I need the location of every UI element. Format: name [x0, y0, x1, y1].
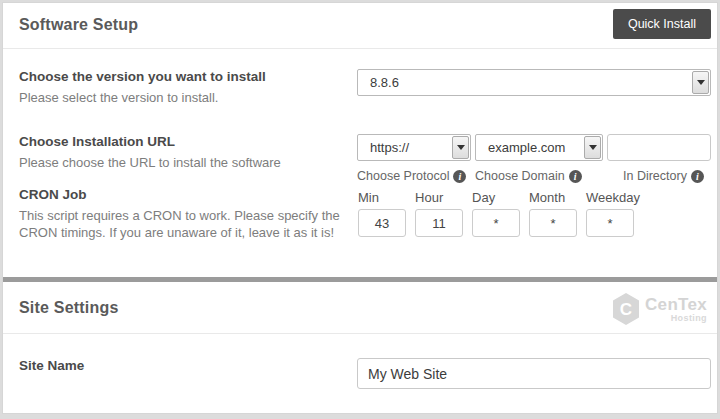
cron-min-label: Min [358, 190, 415, 205]
installation-url-hint: Please choose the URL to install the sof… [19, 154, 347, 171]
centex-hosting-logo: C CenTex Hosting [611, 292, 707, 326]
installation-url-row: Choose Installation URL Please choose th… [3, 134, 717, 183]
info-icon[interactable]: i [691, 170, 704, 183]
version-hint: Please select the version to install. [19, 89, 347, 106]
quick-install-button[interactable]: Quick Install [613, 9, 711, 39]
domain-select-value: example.com [476, 140, 565, 155]
installation-url-label: Choose Installation URL [19, 134, 347, 149]
domain-caption: Choose Domain i [475, 169, 609, 183]
protocol-caption: Choose Protocol i [357, 169, 475, 183]
brand-name: CenTex [645, 296, 707, 313]
url-captions: Choose Protocol i Choose Domain i In Dir… [357, 169, 711, 183]
section-header-site-settings: Site Settings C CenTex Hosting [3, 282, 717, 334]
installer-panel: Software Setup Quick Install Choose the … [2, 2, 718, 414]
dropdown-arrow-icon [692, 71, 709, 94]
version-row: Choose the version you want to install P… [3, 69, 717, 106]
cron-min-input[interactable] [358, 209, 406, 237]
directory-caption: In Directory i [623, 169, 704, 183]
cron-weekday-input[interactable] [586, 209, 634, 237]
page-title: Software Setup [19, 16, 701, 34]
brand-subtitle: Hosting [645, 314, 707, 323]
info-icon[interactable]: i [453, 170, 466, 183]
cron-month-label: Month [529, 190, 586, 205]
cron-day-label: Day [472, 190, 529, 205]
site-name-row: Site Name [3, 358, 717, 389]
site-name-label: Site Name [19, 358, 347, 373]
version-select[interactable]: 8.8.6 [357, 69, 711, 96]
dropdown-arrow-icon [584, 136, 601, 159]
section-header-software-setup: Software Setup Quick Install [3, 3, 717, 49]
directory-caption-label: In Directory [623, 169, 687, 183]
protocol-select-value: https:// [358, 140, 409, 155]
domain-select[interactable]: example.com [475, 134, 603, 161]
info-icon[interactable]: i [569, 170, 582, 183]
cron-group-day: Day [472, 190, 529, 237]
cron-group-hour: Hour [415, 190, 472, 237]
cron-group-month: Month [529, 190, 586, 237]
cron-hour-label: Hour [415, 190, 472, 205]
cron-group-weekday: Weekday [586, 190, 643, 237]
cron-label: CRON Job [19, 187, 348, 202]
protocol-select[interactable]: https:// [357, 134, 471, 161]
cron-row: CRON Job This script requires a CRON to … [3, 187, 717, 241]
cron-month-input[interactable] [529, 209, 577, 237]
cron-hour-input[interactable] [415, 209, 463, 237]
hexagon-logo-icon: C [611, 292, 641, 326]
svg-text:C: C [620, 300, 632, 319]
domain-caption-label: Choose Domain [475, 169, 565, 183]
url-fields: https:// example.com [357, 134, 711, 161]
directory-input[interactable] [607, 134, 711, 161]
version-select-value: 8.8.6 [358, 75, 399, 90]
cron-group-min: Min [358, 190, 415, 237]
site-settings-title: Site Settings [19, 299, 701, 317]
dropdown-arrow-icon [452, 136, 469, 159]
protocol-caption-label: Choose Protocol [357, 169, 449, 183]
cron-hint: This script requires a CRON to work. Ple… [19, 207, 348, 241]
site-name-input[interactable] [357, 358, 711, 389]
cron-fields: Min Hour Day Month Weekday [358, 190, 711, 237]
cron-day-input[interactable] [472, 209, 520, 237]
version-label: Choose the version you want to install [19, 69, 347, 84]
cron-weekday-label: Weekday [586, 190, 643, 205]
